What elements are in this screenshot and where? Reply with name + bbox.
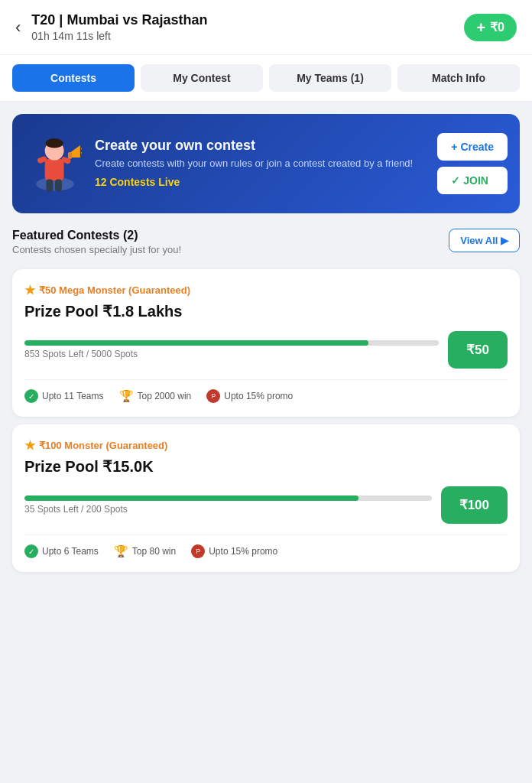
spots-text-2: 35 Spots Left / 200 Spots [24, 504, 432, 515]
trophy-icon-2: 🏆 [114, 544, 128, 558]
footer-trophy-2: 🏆 Top 80 win [114, 544, 176, 558]
contest-badge-2: ★ ₹100 Monster (Guaranteed) [24, 438, 508, 453]
footer-promo-2: P Upto 15% promo [191, 544, 277, 558]
svg-rect-1 [45, 159, 64, 180]
join-button-2[interactable]: ₹100 [441, 486, 508, 524]
shield-icon-1: ✓ [24, 389, 38, 403]
featured-title: Featured Contests (2) [12, 229, 181, 242]
tab-my-contest[interactable]: My Contest [141, 64, 263, 92]
svg-rect-8 [46, 179, 53, 191]
progress-row-1: 853 Spots Left / 5000 Spots ₹50 [24, 331, 508, 369]
banner-illustration [24, 129, 86, 198]
join-contest-button[interactable]: ✓ JOIN [437, 167, 508, 194]
banner-description: Create contests with your own rules or j… [95, 157, 428, 171]
banner-title: Create your own contest [95, 138, 428, 154]
progress-bar-2 [24, 495, 432, 501]
progress-bar-1 [24, 340, 439, 346]
banner-actions: + Create ✓ JOIN [437, 133, 508, 194]
svg-marker-6 [70, 145, 79, 158]
wallet-amount: ₹0 [490, 20, 504, 34]
svg-point-3 [46, 138, 63, 148]
progress-fill-2 [24, 495, 358, 501]
header-left: ‹ T20 | Mumbai vs Rajasthan 01h 14m 11s … [15, 12, 207, 42]
contest-card-1: ★ ₹50 Mega Monster (Guaranteed) Prize Po… [12, 269, 520, 417]
shield-icon-2: ✓ [24, 544, 38, 558]
contest-card-2: ★ ₹100 Monster (Guaranteed) Prize Pool ₹… [12, 424, 520, 572]
tab-contests[interactable]: Contests [12, 64, 135, 92]
promo-icon-2: P [191, 544, 205, 558]
view-all-button[interactable]: View All ▶ [449, 229, 520, 252]
card-footer-2: ✓ Upto 6 Teams 🏆 Top 80 win P Upto 15% p… [24, 534, 508, 558]
trophy-icon-1: 🏆 [119, 389, 134, 403]
prize-pool-2: Prize Pool ₹15.0K [24, 457, 508, 476]
wallet-button[interactable]: + ₹0 [464, 14, 517, 41]
contest-badge-1: ★ ₹50 Mega Monster (Guaranteed) [24, 283, 508, 297]
progress-group-2: 35 Spots Left / 200 Spots [24, 495, 432, 515]
featured-subtitle: Contests chosen specially just for you! [12, 244, 181, 255]
progress-row-2: 35 Spots Left / 200 Spots ₹100 [24, 486, 508, 524]
tab-match-info[interactable]: Match Info [397, 64, 520, 92]
join-button-1[interactable]: ₹50 [448, 331, 508, 369]
footer-teams-1: ✓ Upto 11 Teams [24, 389, 104, 403]
star-icon-2: ★ [24, 438, 35, 453]
create-contest-banner: Create your own contest Create contests … [12, 114, 520, 213]
tabs-bar: Contests My Contest My Teams (1) Match I… [0, 55, 532, 102]
footer-trophy-1: 🏆 Top 2000 win [119, 389, 192, 403]
svg-rect-7 [68, 152, 72, 159]
footer-teams-2: ✓ Upto 6 Teams [24, 544, 99, 558]
footer-promo-1: P Upto 15% promo [206, 389, 293, 403]
progress-fill-1 [24, 340, 368, 346]
tab-my-teams[interactable]: My Teams (1) [269, 64, 391, 92]
wallet-plus-icon: + [476, 20, 485, 35]
header: ‹ T20 | Mumbai vs Rajasthan 01h 14m 11s … [0, 0, 532, 55]
spots-text-1: 853 Spots Left / 5000 Spots [24, 349, 439, 359]
banner-live-count: 12 Contests Live [95, 175, 428, 190]
progress-group-1: 853 Spots Left / 5000 Spots [24, 340, 439, 359]
time-left: 01h 14m 11s left [31, 30, 207, 42]
promo-icon-1: P [206, 389, 220, 403]
featured-header: Featured Contests (2) Contests chosen sp… [0, 213, 532, 262]
card-footer-1: ✓ Upto 11 Teams 🏆 Top 2000 win P Upto 15… [24, 379, 508, 403]
match-info-header: T20 | Mumbai vs Rajasthan 01h 14m 11s le… [31, 12, 207, 42]
banner-text: Create your own contest Create contests … [95, 138, 428, 190]
back-button[interactable]: ‹ [15, 18, 21, 37]
svg-rect-9 [55, 179, 62, 191]
create-contest-button[interactable]: + Create [437, 133, 508, 161]
match-title: T20 | Mumbai vs Rajasthan [31, 12, 207, 28]
prize-pool-1: Prize Pool ₹1.8 Lakhs [24, 302, 508, 320]
star-icon-1: ★ [24, 283, 35, 297]
featured-title-group: Featured Contests (2) Contests chosen sp… [12, 229, 181, 255]
